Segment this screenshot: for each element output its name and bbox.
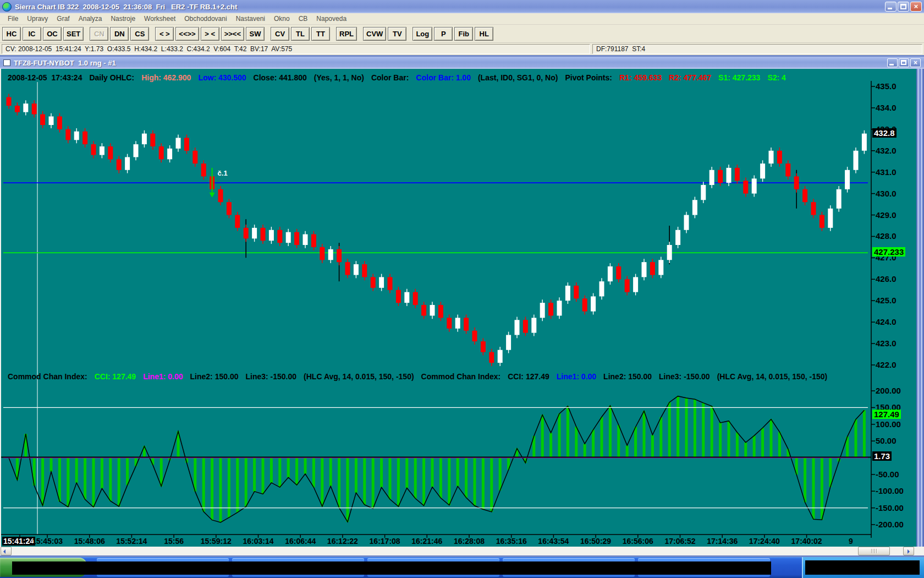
horizontal-scrollbar[interactable] [0,547,924,557]
cci-bar [84,458,86,500]
candle-body [201,163,206,176]
minimize-icon [888,8,892,9]
toolbar-button-set[interactable]: SET [63,27,84,41]
candle-body [125,157,130,170]
chart-close-button[interactable]: × [910,58,921,67]
toolbar-button-oc[interactable]: OC [43,27,62,41]
menu-item-upravy[interactable]: Upravy [23,14,52,24]
toolbar-button-hl[interactable]: HL [475,27,493,41]
header-segment: Color Bar: 1.00 [416,73,471,82]
candle-body [616,266,621,279]
toolbar-button-cs[interactable]: CS [130,27,149,41]
chart-window-title-bar[interactable]: TFZ8-FUT-NYBOT 1.0 rng - #1 × [0,55,924,69]
maximize-button[interactable] [898,2,909,12]
chart-restore-icon [901,60,906,65]
chart-window-right-border [916,69,924,547]
time-axis-label: 15:59:12 [201,537,232,546]
price-tick-label: 422.0 [876,360,897,369]
toolbar-button-tv[interactable]: TV [388,27,406,41]
cci-bar [389,458,392,500]
toolbar-button-[interactable]: > < [201,27,219,41]
scroll-left-icon [3,549,6,554]
cci-bar [863,410,866,457]
cci-bar [270,458,273,483]
header-segment: S1: 427.233 [718,73,760,82]
toolbar-button-tl[interactable]: TL [291,27,310,41]
toolbar-button-dn[interactable]: DN [110,27,129,41]
cci-bar [744,443,747,458]
toolbar-button-sw[interactable]: SW [246,27,265,41]
price-tick-label: 428.0 [876,231,897,241]
time-axis-label: 16:35:16 [496,537,527,546]
cci-bar [676,396,679,458]
minimize-button[interactable] [885,2,897,12]
candle-body [591,296,596,311]
menu-item-graf[interactable]: Graf [52,14,74,24]
chart-restore-button[interactable] [899,58,909,67]
header-segment: R1: 459.633 [619,73,662,82]
candle-body [235,215,240,228]
candle-body [727,168,732,183]
candle-body [506,335,511,350]
cci-bar [236,458,239,512]
chart-svg [1,69,916,547]
app-title: Sierra Chart IB 322 2008-12-05 21:36:08 … [15,3,882,11]
menu-item-okno[interactable]: Okno [270,14,294,24]
candle-body [261,228,266,241]
cci-bar [245,458,248,507]
scroll-left-button[interactable] [1,547,12,555]
chart-area[interactable]: 2008-12-05 17:43:24Daily OHLC:High: 462.… [0,69,916,547]
menu-item-file[interactable]: File [3,14,23,24]
candle-body [752,178,757,193]
cci-bar [219,458,222,522]
candle-body [277,230,282,243]
candle-body [769,151,774,163]
menu-item-analyza[interactable]: Analyza [74,14,107,24]
close-button[interactable]: × [910,2,922,12]
scroll-right-button[interactable] [903,547,914,555]
cci-bar [431,458,434,487]
candle-body [735,168,740,181]
time-axis-label: 16:43:54 [538,537,569,546]
scrollbar-thumb[interactable] [858,547,890,555]
header-segment: Color Bar: [371,73,409,82]
chart-window-controls: × [887,58,921,67]
cci-bar [651,435,654,457]
candle-body [142,134,147,144]
cci-bar [778,432,781,458]
annotation-label: č.1 [218,169,228,177]
toolbar-button-[interactable]: < > [155,27,174,41]
toolbar-button-rpl[interactable]: RPL [336,27,357,41]
menu-item-nastaveni[interactable]: Nastaveni [232,14,270,24]
cci-bar [702,403,705,458]
toolbar-button-ic[interactable]: IC [23,27,41,41]
menu-item-obchoddovani[interactable]: Obchoddovani [180,14,231,24]
toolbar-button-fib[interactable]: Fib [454,27,473,41]
header-segment: Line1: 0.00 [143,372,183,381]
menu-item-worksheet[interactable]: Worksheet [140,14,180,24]
candle-body [345,262,350,275]
toolbar-button-hc[interactable]: HC [2,27,21,41]
cci-bar [694,399,696,457]
toolbar-button-p[interactable]: P [434,27,453,41]
toolbar-button-log[interactable]: Log [413,27,432,41]
toolbar-button-tt[interactable]: TT [311,27,330,41]
toolbar-button-cvw[interactable]: CVW [363,27,386,41]
chart-minimize-button[interactable] [887,58,898,67]
annotation-arrow-head [210,193,215,198]
candle-body [608,266,613,281]
toolbar-button-cn[interactable]: CN [90,27,108,41]
chart-minimize-icon [889,64,894,66]
menu-item-nastroje[interactable]: Nastroje [106,14,140,24]
candle-body [710,170,714,185]
cci-bar [787,449,789,457]
header-segment: Commod Chan Index: [421,372,501,381]
menu-item-napoveda[interactable]: Napoveda [312,14,351,24]
cci-bar [617,425,620,457]
cci-bar [41,458,44,506]
toolbar-button-cv[interactable]: CV [271,27,289,41]
toolbar-button-[interactable]: <<>> [175,27,199,41]
header-segment: Line3: -150.00 [659,372,710,381]
menu-item-cb[interactable]: CB [294,14,312,24]
toolbar-button-[interactable]: >><< [221,27,244,41]
